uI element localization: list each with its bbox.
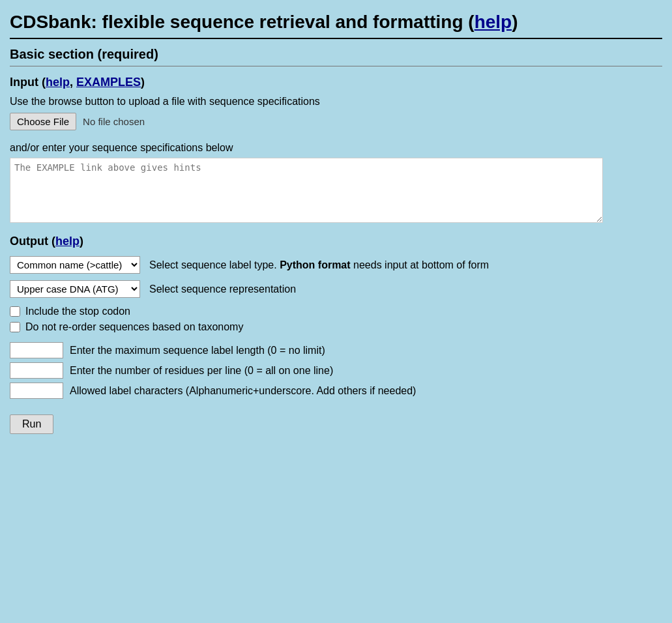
page-title: CDSbank: flexible sequence retrieval and… bbox=[10, 12, 662, 33]
input-section-label: Input (help, EXAMPLES) bbox=[10, 76, 662, 89]
residues-per-line-row: 75 Enter the number of residues per line… bbox=[10, 362, 662, 379]
sequence-input[interactable] bbox=[10, 158, 603, 223]
residues-per-line-desc: Enter the number of residues per line (0… bbox=[70, 365, 333, 377]
sequence-representation-desc: Select sequence representation bbox=[149, 283, 296, 295]
upload-description: Use the browse button to upload a file w… bbox=[10, 96, 662, 108]
label-type-row: Common name (>cattle) Scientific name Ge… bbox=[10, 256, 662, 274]
input-label-suffix: ) bbox=[141, 76, 145, 89]
allowed-chars-input[interactable]: A-z0-9_ bbox=[10, 383, 63, 399]
stop-codon-checkbox[interactable] bbox=[10, 306, 20, 317]
reorder-row: Do not re-order sequences based on taxon… bbox=[10, 321, 662, 333]
sequence-representation-select[interactable]: Upper case DNA (ATG) Lower case DNA (atg… bbox=[10, 280, 140, 298]
file-upload-row: Choose File No file chosen bbox=[10, 113, 662, 130]
title-help-link[interactable]: help bbox=[475, 12, 512, 32]
run-button[interactable]: Run bbox=[10, 414, 53, 434]
checkboxes-section: Include the stop codon Do not re-order s… bbox=[10, 306, 662, 333]
select1-desc-prefix: Select sequence label type. bbox=[149, 259, 280, 270]
input-label-comma: , bbox=[70, 76, 76, 89]
max-label-length-input[interactable]: 0 bbox=[10, 342, 63, 358]
reorder-label: Do not re-order sequences based on taxon… bbox=[25, 321, 243, 333]
allowed-chars-desc: Allowed label characters (Alphanumeric+u… bbox=[70, 385, 416, 397]
select1-desc-bold: Python format bbox=[280, 259, 350, 270]
residues-per-line-input[interactable]: 75 bbox=[10, 362, 63, 379]
output-label-suffix: ) bbox=[80, 235, 83, 248]
reorder-checkbox[interactable] bbox=[10, 322, 20, 332]
output-label-prefix: Output ( bbox=[10, 235, 55, 248]
input-examples-link[interactable]: EXAMPLES bbox=[76, 76, 141, 89]
output-help-link[interactable]: help bbox=[55, 235, 80, 248]
allowed-chars-row: A-z0-9_ Allowed label characters (Alphan… bbox=[10, 383, 662, 399]
choose-file-button[interactable]: Choose File bbox=[10, 113, 76, 130]
title-prefix: CDSbank: flexible sequence retrieval and… bbox=[10, 12, 475, 32]
label-type-desc: Select sequence label type. Python forma… bbox=[149, 259, 489, 271]
sequence-representation-row: Upper case DNA (ATG) Lower case DNA (atg… bbox=[10, 280, 662, 298]
basic-section-heading: Basic section (required) bbox=[10, 47, 662, 62]
textarea-description: and/or enter your sequence specification… bbox=[10, 142, 662, 154]
input-help-link[interactable]: help bbox=[46, 76, 70, 89]
stop-codon-row: Include the stop codon bbox=[10, 306, 662, 317]
input-label-prefix: Input ( bbox=[10, 76, 46, 89]
title-suffix: ) bbox=[512, 12, 518, 32]
no-file-label: No file chosen bbox=[83, 116, 145, 127]
output-section-label: Output (help) bbox=[10, 235, 662, 248]
number-fields-section: 0 Enter the maximum sequence label lengt… bbox=[10, 342, 662, 399]
label-type-select[interactable]: Common name (>cattle) Scientific name Ge… bbox=[10, 256, 140, 274]
run-button-container: Run bbox=[10, 403, 662, 434]
max-label-length-desc: Enter the maximum sequence label length … bbox=[70, 345, 325, 356]
max-label-length-row: 0 Enter the maximum sequence label lengt… bbox=[10, 342, 662, 358]
stop-codon-label: Include the stop codon bbox=[25, 306, 130, 317]
select1-desc-suffix: needs input at bottom of form bbox=[351, 259, 489, 270]
